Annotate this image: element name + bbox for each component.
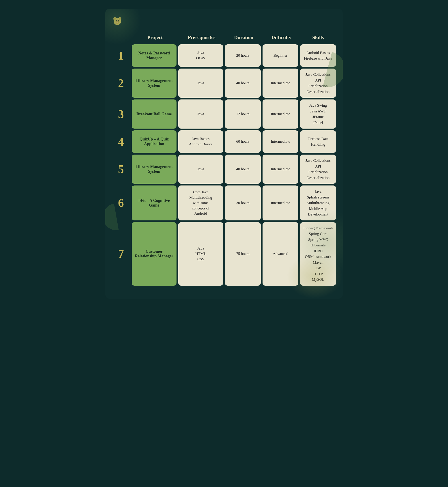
prerequisites-cell-3: Java (178, 99, 223, 128)
row-number-1: 1 (112, 44, 130, 67)
svg-point-7 (118, 20, 119, 22)
skills-cell-2: Java Collections APISerializationDeseria… (300, 69, 336, 98)
project-cell-5: Library Management System (132, 155, 176, 184)
skills-cell-6: JavaSplash screensMultithreadingMobile A… (300, 185, 336, 220)
difficulty-cell-4: Intermediate (263, 130, 298, 153)
table-row: 4 QuizUp – A Quiz Application Java Basic… (112, 130, 336, 153)
row-number-4: 4 (112, 130, 130, 153)
project-cell-6: bFit – A Cognitive Game (132, 185, 176, 220)
table-body: 1 Notes & Password Manager JavaOOPs 20 h… (112, 44, 336, 286)
project-cell-7: Customer Relationship Manager (132, 222, 176, 286)
svg-point-4 (119, 18, 121, 20)
skills-cell-4: Firebase Data Handling (300, 130, 336, 153)
duration-cell-1: 20 hours (225, 44, 261, 67)
svg-point-6 (116, 20, 117, 22)
svg-point-3 (114, 18, 116, 20)
row-number-3: 3 (112, 99, 130, 128)
difficulty-cell-1: Beginner (263, 44, 298, 67)
prerequisites-cell-2: Java (178, 69, 223, 98)
duration-cell-4: 60 hours (225, 130, 261, 153)
prerequisites-cell-7: JavaHTMLCSS (178, 222, 223, 286)
prerequisites-cell-6: Core JavaMultithreadingwith someconcepts… (178, 185, 223, 220)
project-cell-1: Notes & Password Manager (132, 44, 176, 67)
table-row: 7 Customer Relationship Manager JavaHTML… (112, 222, 336, 286)
skills-cell-7: JSpring FrameworkSpring CoreSpring MVCHi… (300, 222, 336, 286)
duration-cell-3: 12 hours (225, 99, 261, 128)
header-prerequisites: Prerequisites (179, 33, 224, 42)
project-cell-2: Library Management System (132, 69, 176, 98)
table-row: 3 Breakout Ball Game Java 12 hours Inter… (112, 99, 336, 128)
skills-cell-5: Java Collections APISerializationDeseria… (300, 155, 336, 184)
difficulty-cell-5: Intermediate (263, 155, 298, 184)
prerequisites-cell-5: Java (178, 155, 223, 184)
header-difficulty: Difficulty (264, 33, 299, 42)
table-row: 5 Library Management System Java 40 hour… (112, 155, 336, 184)
prerequisites-cell-1: JavaOOPs (178, 44, 223, 67)
difficulty-cell-6: Intermediate (263, 185, 298, 220)
difficulty-cell-2: Intermediate (263, 69, 298, 98)
row-number-2: 2 (112, 69, 130, 98)
table-header: Project Prerequisites Duration Difficult… (112, 33, 336, 42)
row-number-5: 5 (112, 155, 130, 184)
difficulty-cell-7: Advanced (263, 222, 298, 286)
table-row: 1 Notes & Password Manager JavaOOPs 20 h… (112, 44, 336, 67)
prerequisites-cell-4: Java BasicsAndroid Basics (178, 130, 223, 153)
duration-cell-2: 40 hours (225, 69, 261, 98)
duration-cell-6: 30 hours (225, 185, 261, 220)
project-cell-3: Breakout Ball Game (132, 99, 176, 128)
bear-logo-icon (112, 16, 123, 26)
duration-cell-7: 75 hours (225, 222, 261, 286)
skills-cell-1: Android BasicsFirebase with Java (300, 44, 336, 67)
row-number-6: 6 (112, 185, 130, 220)
skills-cell-3: Java SwingJava AWTJFrameJPanel (300, 99, 336, 128)
svg-point-9 (117, 22, 118, 22)
table-row: 6 bFit – A Cognitive Game Core JavaMulti… (112, 185, 336, 220)
duration-cell-5: 40 hours (225, 155, 261, 184)
header-skills: Skills (301, 33, 335, 42)
header-duration: Duration (226, 33, 262, 42)
header-project: Project (133, 33, 177, 42)
project-cell-4: QuizUp – A Quiz Application (132, 130, 176, 153)
row-number-7: 7 (112, 222, 130, 286)
table-row: 2 Library Management System Java 40 hour… (112, 69, 336, 98)
main-container: Project Prerequisites Duration Difficult… (105, 9, 343, 299)
difficulty-cell-3: Intermediate (263, 99, 298, 128)
